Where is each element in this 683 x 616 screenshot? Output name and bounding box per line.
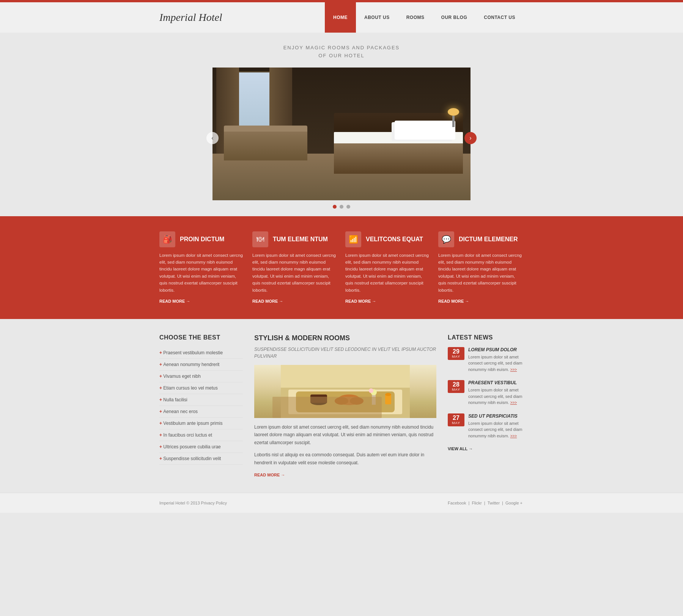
date-month-2: MAY [450,421,462,425]
nav-contact[interactable]: CONTACT US [475,2,524,33]
latest-news-title: LATEST NEWS [448,334,524,341]
feature-text-0: Lorem ipsum dolor sit amet consect uercn… [159,252,245,294]
features-section: 🎒 PROIN DICTUM Lorem ipsum dolor sit ame… [0,216,683,319]
choose-link-8[interactable]: Ultrices posuere cubilia urae [163,444,220,449]
choose-link-1[interactable]: Aenean nonummy hendrerit [163,362,219,367]
svg-point-4 [310,399,327,405]
nav-blog[interactable]: OUR BLOG [433,2,476,33]
news-link-2[interactable]: >>> [510,434,517,438]
news-date-2: 27 MAY [448,413,464,439]
room-food-visual [254,365,436,418]
list-item: Nulla facilisi [159,394,243,406]
rooms-section: STYLISH & MODERN ROOMS SUSPENDISSE SOLLI… [254,334,436,478]
lamp-shade [448,108,459,116]
news-link-0[interactable]: >>> [510,368,517,372]
slider-dot-1[interactable] [333,205,337,209]
hero-tagline-line1: ENJOY MAGIC ROOMS AND PACKAGES [283,44,400,52]
news-content-1: PRAESENT VESTIBUL Lorem ipsum dolor sit … [468,380,524,406]
svg-point-7 [335,397,348,405]
feature-title-2: VELITCONS EQUAT [366,236,423,243]
feature-icon-1: 🍽 [252,231,268,247]
news-item-1: 28 MAY PRAESENT VESTIBUL Lorem ipsum dol… [448,380,524,406]
social-facebook[interactable]: Facebook [448,501,466,505]
date-num-1: 28 [450,382,462,388]
slider-dot-3[interactable] [346,205,350,209]
feature-header-3: 💬 DICTUM ELEMENER [438,231,524,247]
choose-link-3[interactable]: Etiam cursus leo vel metus [163,385,217,391]
feature-readmore-1[interactable]: READ MORE → [252,299,283,303]
footer: Imperial Hotel © 2013 Privacy Policy Fac… [0,493,683,513]
choose-link-7[interactable]: In faucibus orci luctus et [163,432,212,438]
feature-item-3: 💬 DICTUM ELEMENER Lorem ipsum dolor sit … [438,231,524,304]
nav-about[interactable]: ABOUT US [356,2,398,33]
rooms-subtitle: SUSPENDISSE SOLLICITUDIN VELIT SED LEODO… [254,346,436,360]
feature-item-2: 📶 VELITCONS EQUAT Lorem ipsum dolor sit … [345,231,431,304]
feature-text-2: Lorem ipsum dolor sit amet consect uercn… [345,252,431,294]
news-content-2: SED UT PERSPICIATIS Lorem ipsum dolor si… [468,413,524,439]
feature-readmore-3[interactable]: READ MORE → [438,299,469,303]
slider-dot-2[interactable] [340,205,343,209]
main-content: CHOOSE THE BEST Praesent vestibulum mole… [0,319,683,493]
choose-link-5[interactable]: Aenean nec eros [163,409,198,414]
nav-rooms[interactable]: ROOMS [398,2,433,33]
news-item-2: 27 MAY SED UT PERSPICIATIS Lorem ipsum d… [448,413,524,439]
choose-link-0[interactable]: Praesent vestibulum molestie [163,350,223,355]
main-inner: CHOOSE THE BEST Praesent vestibulum mole… [159,334,524,478]
hero-section: ENJOY MAGIC ROOMS AND PACKAGES OF OUR HO… [0,33,683,216]
list-item: Ultrices posuere cubilia urae [159,441,243,453]
bed-pillows [395,121,455,140]
news-content-0: LOREM PSUM DOLOR Lorem ipsum dolor sit a… [468,347,524,373]
latest-news-section: LATEST NEWS 29 MAY LOREM PSUM DOLOR Lore… [448,334,524,478]
social-flickr[interactable]: Flickr [472,501,482,505]
feature-text-1: Lorem ipsum dolor sit amet consect uercn… [252,252,338,294]
svg-point-13 [385,393,391,396]
footer-social: Facebook | Flickr | Twitter | Google + [447,501,524,505]
feature-readmore-0[interactable]: READ MORE → [159,299,190,303]
room-image [254,365,436,418]
date-num-2: 27 [450,415,462,421]
footer-copyright: Imperial Hotel © 2013 Privacy Policy [159,501,227,505]
list-item: Etiam cursus leo vel metus [159,382,243,394]
date-box-1: 28 MAY [448,380,464,393]
feature-readmore-2[interactable]: READ MORE → [345,299,376,303]
news-text-0: Lorem ipsum dolor sit amet consect uercn… [468,354,524,373]
date-month-0: MAY [450,355,462,358]
slider-dots [212,205,471,209]
view-all-button[interactable]: VIEW ALL → [448,446,524,451]
slider: ‹ › [212,68,471,209]
svg-point-6 [338,394,360,405]
choose-link-9[interactable]: Suspendisse sollicitudin velit [163,456,221,461]
feature-header-2: 📶 VELITCONS EQUAT [345,231,431,247]
list-item: In faucibus orci luctus et [159,429,243,441]
header: Imperial Hotel HOME ABOUT US ROOMS OUR B… [0,2,683,33]
news-text-1: Lorem ipsum dolor sit amet consect uercn… [468,387,524,406]
rooms-readmore[interactable]: READ MORE → [254,473,285,477]
feature-title-1: TUM ELEME NTUM [273,236,328,243]
main-nav: HOME ABOUT US ROOMS OUR BLOG CONTACT US [325,2,524,33]
bedside-lamp [448,108,459,127]
list-item: Vestibulum ante ipsum primis [159,418,243,429]
social-twitter[interactable]: Twitter [488,501,500,505]
feature-item-1: 🍽 TUM ELEME NTUM Lorem ipsum dolor sit a… [252,231,338,304]
news-date-0: 29 MAY [448,347,464,373]
news-date-1: 28 MAY [448,380,464,406]
choose-best-title: CHOOSE THE BEST [159,334,243,341]
slider-next-button[interactable]: › [464,132,477,144]
choose-link-2[interactable]: Vivamus eget nibh [163,374,201,379]
lamp-base [452,116,455,127]
news-text-2: Lorem ipsum dolor sit amet consect uercn… [468,420,524,439]
room-bed [334,113,463,174]
slider-prev-button[interactable]: ‹ [206,132,219,144]
social-google[interactable]: Google + [505,501,522,505]
rooms-text-2: Lobortis nisl ut aliquip ex ea commodo c… [254,451,436,467]
news-title-2: SED UT PERSPICIATIS [468,413,524,419]
choose-link-4[interactable]: Nulla facilisi [163,397,187,402]
choose-link-6[interactable]: Vestibulum ante ipsum primis [163,421,222,426]
list-item: Aenean nonummy hendrerit [159,359,243,371]
rooms-title: STYLISH & MODERN ROOMS [254,334,436,342]
nav-home[interactable]: HOME [325,2,356,33]
news-link-1[interactable]: >>> [510,401,517,405]
list-item: Suspendisse sollicitudin velit [159,453,243,465]
news-title-0: LOREM PSUM DOLOR [468,347,524,352]
date-box-0: 29 MAY [448,347,464,360]
